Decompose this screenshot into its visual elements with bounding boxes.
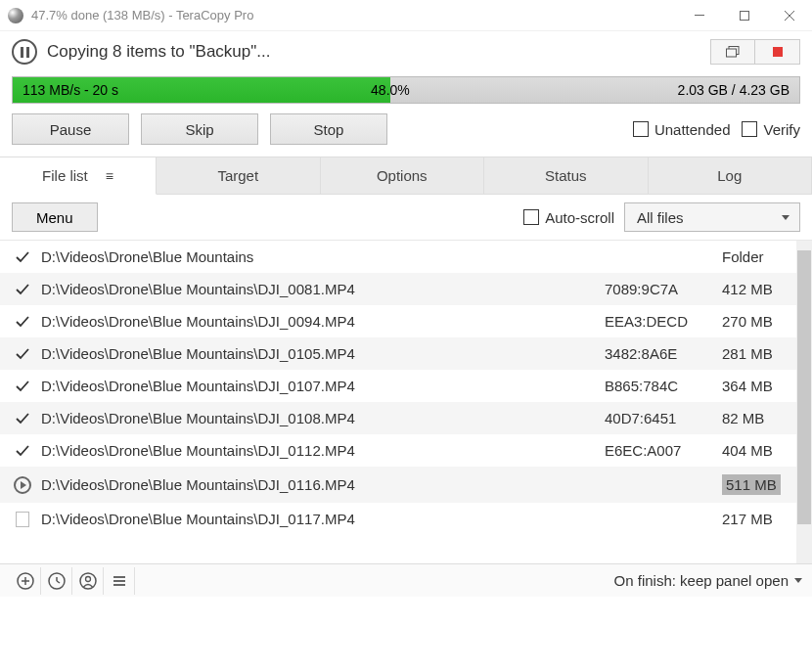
file-hash: E6EC:A007	[605, 442, 722, 459]
stop-record-button[interactable]	[755, 39, 800, 65]
unattended-label: Unattended	[654, 121, 731, 138]
file-path: D:\Videos\Drone\Blue Mountains\DJI_0116.…	[33, 476, 605, 493]
file-list-toolbar: Menu Auto-scroll All files	[0, 195, 812, 241]
file-row[interactable]: D:\Videos\Drone\Blue Mountains\DJI_0107.…	[0, 370, 812, 402]
check-icon	[12, 282, 33, 297]
window-title: 47.7% done (138 MB/s) - TeraCopy Pro	[31, 8, 677, 22]
unattended-checkbox[interactable]: Unattended	[633, 121, 731, 138]
action-row: Pause Skip Stop Unattended Verify	[0, 113, 812, 157]
checkbox-icon	[742, 121, 757, 137]
progress-bytes: 2.03 GB / 4.23 GB	[678, 82, 789, 98]
app-icon	[8, 8, 23, 23]
minimize-button[interactable]	[677, 0, 722, 31]
tab-file-list-label: File list	[42, 167, 88, 184]
check-icon	[12, 346, 33, 362]
auto-scroll-label: Auto-scroll	[545, 209, 614, 226]
on-finish-dropdown[interactable]: On finish: keep panel open	[135, 572, 802, 589]
stop-square-icon	[773, 47, 783, 57]
svg-point-13	[85, 576, 90, 581]
user-button[interactable]	[72, 567, 104, 595]
verify-label: Verify	[763, 121, 800, 138]
filter-value: All files	[637, 209, 684, 226]
progress-bar: 113 MB/s - 20 s 48.0% 2.03 GB / 4.23 GB	[12, 76, 800, 104]
auto-scroll-checkbox[interactable]: Auto-scroll	[523, 209, 614, 226]
file-path: D:\Videos\Drone\Blue Mountains	[33, 248, 605, 265]
add-button[interactable]	[10, 567, 41, 595]
file-path: D:\Videos\Drone\Blue Mountains\DJI_0112.…	[33, 442, 605, 459]
tab-options[interactable]: Options	[321, 157, 485, 194]
file-icon	[12, 512, 33, 527]
play-icon	[12, 476, 33, 494]
svg-rect-1	[741, 11, 749, 20]
history-button[interactable]	[41, 567, 72, 595]
file-row[interactable]: D:\Videos\Drone\Blue Mountains\DJI_0116.…	[0, 467, 812, 503]
file-path: D:\Videos\Drone\Blue Mountains\DJI_0094.…	[33, 313, 605, 330]
progress-speed-eta: 113 MB/s - 20 s	[23, 82, 118, 98]
check-icon	[12, 443, 33, 459]
progress-percent: 48.0%	[371, 82, 410, 98]
file-row[interactable]: D:\Videos\Drone\Blue Mountains\DJI_0081.…	[0, 273, 812, 305]
file-size: 404 MB	[722, 442, 800, 459]
file-path: D:\Videos\Drone\Blue Mountains\DJI_0107.…	[33, 378, 605, 394]
on-finish-label: On finish: keep panel open	[614, 572, 789, 589]
scroll-thumb[interactable]	[797, 250, 811, 524]
chevron-down-icon	[794, 578, 802, 583]
svg-rect-5	[727, 49, 737, 57]
file-hash: 40D7:6451	[605, 410, 722, 426]
file-size: 281 MB	[722, 345, 800, 362]
file-path: D:\Videos\Drone\Blue Mountains\DJI_0117.…	[33, 511, 605, 527]
stop-button[interactable]: Stop	[270, 113, 387, 145]
file-hash: 3482:8A6E	[605, 345, 722, 362]
close-button[interactable]	[767, 0, 812, 31]
verify-checkbox[interactable]: Verify	[742, 121, 800, 138]
file-row[interactable]: D:\Videos\Drone\Blue Mountains\DJI_0094.…	[0, 305, 812, 337]
footer: On finish: keep panel open	[0, 563, 812, 597]
file-size: Folder	[722, 248, 800, 265]
check-icon	[12, 314, 33, 330]
pause-button[interactable]: Pause	[12, 113, 129, 145]
tab-file-list[interactable]: File list ≡	[0, 157, 157, 195]
titlebar: 47.7% done (138 MB/s) - TeraCopy Pro	[0, 0, 812, 31]
tab-target[interactable]: Target	[157, 157, 321, 194]
file-row[interactable]: D:\Videos\Drone\Blue Mountains\DJI_0117.…	[0, 503, 812, 535]
file-path: D:\Videos\Drone\Blue Mountains\DJI_0108.…	[33, 410, 605, 426]
file-size: 82 MB	[722, 410, 800, 426]
overlap-windows-button[interactable]	[710, 39, 755, 65]
pause-icon[interactable]	[12, 39, 37, 65]
file-row[interactable]: D:\Videos\Drone\Blue Mountains\DJI_0112.…	[0, 434, 812, 467]
skip-button[interactable]: Skip	[141, 113, 258, 145]
check-icon	[12, 379, 33, 394]
filter-dropdown[interactable]: All files	[624, 202, 800, 232]
scrollbar[interactable]	[796, 241, 812, 563]
svg-rect-0	[695, 15, 704, 16]
status-row: Copying 8 items to "Backup"...	[0, 31, 812, 70]
file-row[interactable]: D:\Videos\Drone\Blue Mountains\DJI_0108.…	[0, 402, 812, 434]
checkbox-icon	[523, 209, 539, 225]
file-hash: 7089:9C7A	[605, 281, 722, 297]
check-icon	[12, 249, 33, 265]
check-icon	[12, 411, 33, 426]
hamburger-icon: ≡	[106, 168, 113, 184]
file-size: 364 MB	[722, 378, 800, 394]
maximize-button[interactable]	[722, 0, 767, 31]
file-path: D:\Videos\Drone\Blue Mountains\DJI_0105.…	[33, 345, 605, 362]
file-list[interactable]: D:\Videos\Drone\Blue MountainsFolderD:\V…	[0, 241, 812, 563]
file-path: D:\Videos\Drone\Blue Mountains\DJI_0081.…	[33, 281, 605, 297]
tab-log[interactable]: Log	[649, 157, 813, 194]
file-hash: B865:784C	[605, 378, 722, 394]
file-row[interactable]: D:\Videos\Drone\Blue MountainsFolder	[0, 241, 812, 273]
tab-bar: File list ≡ Target Options Status Log	[0, 157, 812, 195]
svg-line-11	[57, 581, 60, 583]
file-hash: EEA3:DECD	[605, 313, 722, 330]
checkbox-icon	[633, 121, 649, 137]
file-size: 217 MB	[722, 511, 800, 527]
tab-status[interactable]: Status	[484, 157, 649, 194]
menu-icon-button[interactable]	[104, 567, 135, 595]
file-size: 511 MB	[722, 474, 800, 495]
file-size: 412 MB	[722, 281, 800, 297]
status-text: Copying 8 items to "Backup"...	[47, 42, 710, 62]
file-row[interactable]: D:\Videos\Drone\Blue Mountains\DJI_0105.…	[0, 337, 812, 370]
file-size: 270 MB	[722, 313, 800, 330]
menu-button[interactable]: Menu	[12, 202, 98, 232]
